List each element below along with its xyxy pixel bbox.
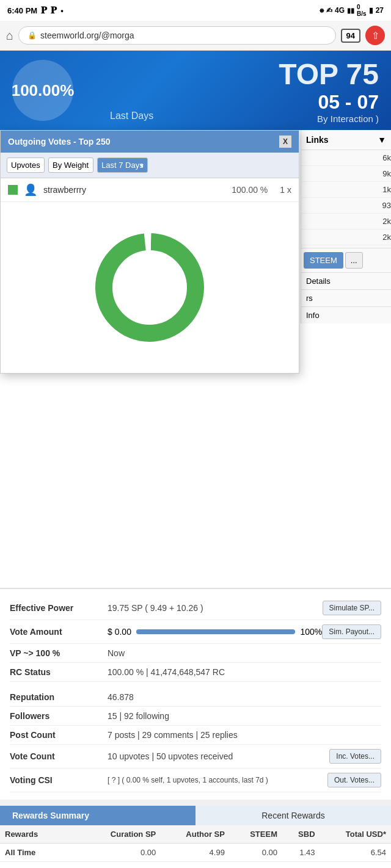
- vote-color-indicator: [8, 185, 18, 195]
- bluetooth-icon: ⎈: [320, 6, 324, 15]
- post-count-label: Post Count: [10, 730, 108, 740]
- right-panel-item-5[interactable]: 2k: [301, 230, 391, 245]
- rc-status-row: RC Status 100.00 % | 41,474,648,547 RC: [10, 663, 381, 682]
- vote-percent-label: 100%: [300, 627, 322, 637]
- vote-count-row: Vote Count 10 upvotes | 50 upvotes recei…: [10, 745, 381, 769]
- signal-icon: ✍︎: [326, 6, 332, 15]
- post-count-row: Post Count 7 posts | 29 comments | 25 re…: [10, 726, 381, 745]
- vote-amount-label: Vote Amount: [10, 627, 108, 637]
- col-header-steem: STEEM: [230, 825, 282, 844]
- status-dot: •: [60, 6, 64, 15]
- out-votes-button[interactable]: Out. Votes...: [327, 773, 381, 787]
- rewards-section: Rewards Summary Recent Rewards Rewards C…: [0, 806, 391, 868]
- simulate-sp-button[interactable]: Simulate SP...: [323, 601, 381, 615]
- steem-button-row: STEEM ...: [301, 248, 391, 272]
- tab-count[interactable]: 94: [341, 29, 360, 43]
- details-link[interactable]: Details: [301, 272, 391, 289]
- inc-votes-button[interactable]: Inc. Votes...: [329, 749, 381, 764]
- outgoing-votes-modal: Outgoing Votes - Top 250 X Upvotes By We…: [0, 130, 299, 374]
- vote-bar-fill: [136, 629, 296, 634]
- refresh-button[interactable]: ⇧: [365, 26, 385, 45]
- col-header-author: Author SP: [161, 825, 230, 844]
- vote-row: 👤 strawberrry 100.00 % 1 x: [1, 178, 299, 202]
- rewards-total-0: 6.54: [320, 844, 391, 862]
- rewards-steem-0: 0.00: [230, 844, 282, 862]
- hero-last-days: Last Days: [110, 110, 153, 121]
- status-p1: 𝐏: [41, 5, 47, 16]
- vote-count-value: 10 upvotes | 50 upvotes received: [108, 751, 329, 761]
- col-header-sbd: SBD: [282, 825, 320, 844]
- rewards-summary-tab[interactable]: Rewards Summary: [0, 806, 196, 825]
- right-panel-item-2[interactable]: 1k: [301, 182, 391, 198]
- rewards-author-0: 4.99: [161, 844, 230, 862]
- vp-label: VP ~> 100 %: [10, 648, 108, 658]
- col-header-total: Total USD*: [320, 825, 391, 844]
- right-panel: Links ▼ 6k 9k 1k 93 2k 2k STEEM ... Deta…: [301, 130, 391, 324]
- rewards-curation-1: 0.00: [82, 862, 161, 869]
- filter-days-select[interactable]: Last 7 Days: [97, 157, 148, 173]
- rewards-label-0: All Time: [0, 844, 82, 862]
- status-bar: 6:40 PM 𝐏 𝐏 • ⎈ ✍︎ 4G ▮▮ 0B/s ▮ 27: [0, 0, 391, 21]
- dots-button[interactable]: ...: [345, 252, 363, 269]
- donut-chart: [89, 226, 211, 349]
- modal-filters: Upvotes By Weight Last 7 Days ▼: [1, 153, 299, 178]
- hero-by-label: By Interaction ): [279, 114, 379, 124]
- rewards-header-row: Rewards Summary Recent Rewards: [0, 806, 391, 825]
- rc-status-value: 100.00 % | 41,474,648,547 RC: [108, 667, 381, 677]
- vote-user-icon: 👤: [24, 183, 37, 197]
- info-link[interactable]: Info: [301, 306, 391, 324]
- hero-top-label: TOP 75: [279, 57, 379, 91]
- vp-row: VP ~> 100 % Now: [10, 644, 381, 663]
- filter-type-select[interactable]: Upvotes: [7, 157, 45, 173]
- followers-value: 15 | 92 following: [108, 711, 381, 721]
- followers-row: Followers 15 | 92 following: [10, 707, 381, 726]
- vp-value: Now: [108, 648, 381, 658]
- right-panel-item-3[interactable]: 93: [301, 198, 391, 214]
- rewards-row-1: Last 30 Days 0.00 1.84 0.00 0.47 2.21: [0, 862, 391, 869]
- vote-amount-bar: $ 0.00 100%: [108, 627, 322, 637]
- vote-count: 1 x: [280, 185, 291, 195]
- sim-payout-button[interactable]: Sim. Payout...: [322, 624, 381, 639]
- modal-close-button[interactable]: X: [279, 136, 291, 148]
- svg-point-1: [116, 254, 183, 321]
- steem-button[interactable]: STEEM: [304, 252, 343, 269]
- hero-right: TOP 75 05 - 07 By Interaction ): [279, 57, 379, 124]
- reputation-label: Reputation: [10, 692, 108, 702]
- url-text: steemworld.org/@morga: [40, 31, 134, 40]
- home-icon[interactable]: ⌂: [6, 29, 13, 43]
- post-count-value: 7 posts | 29 comments | 25 replies: [108, 730, 381, 740]
- rewards-sbd-0: 1.43: [282, 844, 320, 862]
- rewards-author-1: 1.84: [161, 862, 230, 869]
- battery-level: 27: [376, 6, 384, 15]
- rewards-sbd-1: 0.47: [282, 862, 320, 869]
- rewards-steem-1: 0.00: [230, 862, 282, 869]
- reputation-row: Reputation 46.878: [10, 688, 381, 707]
- vote-amount-value: $ 0.00: [108, 627, 131, 637]
- info-section: Effective Power 19.75 SP ( 9.49 + 10.26 …: [0, 588, 391, 800]
- vote-username[interactable]: strawberrry: [43, 185, 225, 195]
- right-panel-item-4[interactable]: 2k: [301, 214, 391, 230]
- rs-link[interactable]: rs: [301, 289, 391, 306]
- filter-by-select[interactable]: By Weight: [48, 157, 93, 173]
- page-content: Links ▼ 6k 9k 1k 93 2k 2k STEEM ... Deta…: [0, 130, 391, 588]
- vote-amount-row: Vote Amount $ 0.00 100% Sim. Payout...: [10, 620, 381, 644]
- lock-icon: 🔒: [27, 31, 37, 40]
- hero-banner: 100.00% TOP 75 05 - 07 By Interaction ) …: [0, 51, 391, 130]
- links-dropdown-icon[interactable]: ▼: [378, 135, 386, 145]
- modal-header: Outgoing Votes - Top 250 X: [1, 131, 299, 153]
- right-panel-item-0[interactable]: 6k: [301, 150, 391, 166]
- rewards-header-row-table: Rewards Curation SP Author SP STEEM SBD …: [0, 825, 391, 844]
- donut-chart-area: [1, 202, 299, 373]
- network-type: 4G: [335, 6, 345, 15]
- col-header-rewards: Rewards: [0, 825, 82, 844]
- url-bar[interactable]: 🔒 steemworld.org/@morga: [18, 26, 335, 45]
- right-panel-item-1[interactable]: 9k: [301, 166, 391, 182]
- effective-power-row: Effective Power 19.75 SP ( 9.49 + 10.26 …: [10, 596, 381, 620]
- recent-rewards-tab[interactable]: Recent Rewards: [196, 806, 391, 825]
- vote-count-label: Vote Count: [10, 751, 108, 761]
- wifi-icon: ▮▮: [347, 7, 354, 15]
- rewards-table: Rewards Curation SP Author SP STEEM SBD …: [0, 825, 391, 868]
- vote-percent: 100.00 %: [232, 185, 268, 195]
- vote-bar-background: [136, 629, 296, 634]
- followers-label: Followers: [10, 711, 108, 721]
